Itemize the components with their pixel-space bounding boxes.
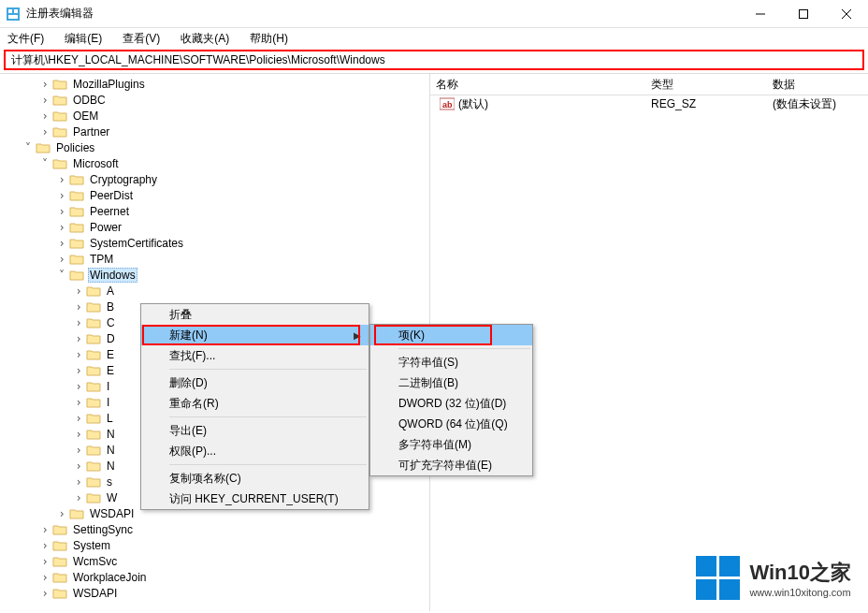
tree-toggle-icon[interactable]: ›: [37, 78, 52, 91]
close-button[interactable]: [825, 0, 868, 27]
ctx-find[interactable]: 查找(F)...: [141, 345, 369, 366]
tree-toggle-icon[interactable]: ›: [54, 205, 69, 218]
ctx-export[interactable]: 导出(E): [141, 420, 369, 441]
tree-item[interactable]: › SettingSync: [0, 521, 429, 537]
folder-icon: [69, 253, 84, 266]
tree-toggle-icon[interactable]: ›: [71, 491, 86, 504]
col-type[interactable]: 类型: [645, 74, 767, 95]
value-row[interactable]: ab (默认) REG_SZ (数值未设置): [430, 95, 868, 112]
tree-toggle-icon[interactable]: ›: [54, 221, 69, 234]
tree-item[interactable]: › Power: [0, 219, 429, 235]
sub-key[interactable]: 项(K): [370, 325, 532, 345]
tree-toggle-icon[interactable]: ›: [37, 125, 52, 139]
ctx-rename[interactable]: 重命名(R): [141, 393, 369, 414]
tree-toggle-icon[interactable]: ›: [71, 285, 86, 298]
menu-view[interactable]: 查看(V): [119, 29, 164, 49]
tree-toggle-icon[interactable]: ›: [71, 300, 86, 314]
tree-toggle-icon[interactable]: ›: [71, 348, 86, 361]
tree-item[interactable]: ˅ Windows: [0, 267, 429, 283]
folder-icon: [86, 491, 101, 504]
sub-qword[interactable]: QWORD (64 位)值(Q): [370, 414, 532, 434]
ctx-new[interactable]: 新建(N)▶: [141, 325, 369, 345]
tree-item[interactable]: › Cryptography: [0, 171, 429, 187]
tree-toggle-icon[interactable]: ›: [71, 316, 86, 329]
tree-item[interactable]: › TPM: [0, 251, 429, 267]
ctx-goto-hkcu[interactable]: 访问 HKEY_CURRENT_USER(T): [141, 489, 369, 509]
tree-item[interactable]: › WcmSvc: [0, 553, 429, 569]
tree-item[interactable]: › PeerDist: [0, 187, 429, 203]
menu-file[interactable]: 文件(F): [4, 29, 48, 49]
ctx-collapse[interactable]: 折叠: [141, 304, 369, 325]
tree-toggle-icon[interactable]: ›: [71, 475, 86, 489]
tree-toggle-icon[interactable]: ›: [71, 460, 86, 473]
tree-toggle-icon[interactable]: ˅: [54, 269, 69, 282]
tree-item[interactable]: › ODBC: [0, 92, 429, 108]
tree-toggle-icon[interactable]: ›: [71, 444, 86, 457]
tree-toggle-icon[interactable]: ›: [37, 555, 52, 568]
tree-item[interactable]: › Peernet: [0, 203, 429, 219]
folder-icon: [69, 507, 84, 520]
tree-toggle-icon[interactable]: ›: [37, 539, 52, 552]
string-value-icon: ab: [440, 97, 455, 110]
regedit-icon: [6, 7, 21, 22]
tree-label: Windows: [88, 268, 137, 283]
tree-item[interactable]: ˅ Policies: [0, 139, 429, 155]
tree-toggle-icon[interactable]: ›: [54, 173, 69, 186]
folder-icon: [86, 444, 101, 457]
menu-favorites[interactable]: 收藏夹(A): [177, 29, 233, 49]
sub-expand[interactable]: 可扩充字符串值(E): [370, 455, 532, 475]
sub-dword[interactable]: DWORD (32 位)值(D): [370, 393, 532, 414]
context-menu[interactable]: 折叠 新建(N)▶ 查找(F)... 删除(D) 重命名(R) 导出(E) 权限…: [140, 303, 369, 510]
tree-label: D: [105, 332, 117, 345]
folder-icon: [86, 380, 101, 393]
menu-edit[interactable]: 编辑(E): [61, 29, 106, 49]
tree-toggle-icon[interactable]: ›: [37, 587, 52, 600]
tree-toggle-icon[interactable]: ›: [37, 109, 52, 123]
tree-label: OEM: [71, 109, 100, 123]
svg-rect-5: [800, 9, 808, 18]
tree-label: Power: [88, 221, 123, 234]
tree-toggle-icon[interactable]: ›: [71, 412, 86, 425]
menu-help[interactable]: 帮助(H): [246, 29, 292, 49]
minimize-button[interactable]: [739, 0, 782, 27]
tree-item[interactable]: › Partner: [0, 124, 429, 139]
col-data[interactable]: 数据: [767, 74, 801, 95]
tree-toggle-icon[interactable]: ›: [71, 332, 86, 345]
tree-toggle-icon[interactable]: ›: [37, 571, 52, 584]
tree-toggle-icon[interactable]: ›: [71, 428, 86, 441]
submenu-new[interactable]: 项(K) 字符串值(S) 二进制值(B) DWORD (32 位)值(D) QW…: [369, 324, 533, 476]
folder-icon: [69, 173, 84, 186]
col-name[interactable]: 名称: [430, 74, 645, 95]
sub-string[interactable]: 字符串值(S): [370, 352, 532, 372]
ctx-copy-key-name[interactable]: 复制项名称(C): [141, 468, 369, 489]
tree-toggle-icon[interactable]: ›: [54, 253, 69, 266]
tree-label: s: [105, 475, 114, 489]
ctx-delete[interactable]: 删除(D): [141, 372, 369, 393]
tree-item[interactable]: ˅ Microsoft: [0, 155, 429, 171]
tree-toggle-icon[interactable]: ˅: [37, 157, 52, 170]
folder-icon: [86, 364, 101, 377]
tree-toggle-icon[interactable]: ›: [54, 189, 69, 202]
tree-toggle-icon[interactable]: ›: [71, 380, 86, 393]
tree-label: WSDAPI: [71, 587, 119, 600]
tree-toggle-icon[interactable]: ›: [71, 396, 86, 409]
tree-item[interactable]: › WSDAPI: [0, 585, 429, 601]
tree-toggle-icon[interactable]: ›: [54, 237, 69, 250]
tree-item[interactable]: › OEM: [0, 108, 429, 124]
tree-item[interactable]: › WorkplaceJoin: [0, 569, 429, 585]
sub-binary[interactable]: 二进制值(B): [370, 372, 532, 393]
tree-item[interactable]: › System: [0, 537, 429, 553]
ctx-permissions[interactable]: 权限(P)...: [141, 441, 369, 461]
tree-item[interactable]: › MozillaPlugins: [0, 76, 429, 92]
tree-toggle-icon[interactable]: ›: [54, 507, 69, 520]
sub-multi[interactable]: 多字符串值(M): [370, 434, 532, 455]
tree-item[interactable]: › A: [0, 283, 429, 299]
address-bar[interactable]: [4, 50, 864, 70]
tree-toggle-icon[interactable]: ˅: [21, 141, 36, 154]
tree-item[interactable]: › SystemCertificates: [0, 235, 429, 251]
tree-toggle-icon[interactable]: ›: [37, 94, 52, 107]
tree-toggle-icon[interactable]: ›: [37, 523, 52, 536]
maximize-button[interactable]: [782, 0, 825, 27]
tree-toggle-icon[interactable]: ›: [71, 364, 86, 377]
address-input[interactable]: [9, 52, 859, 67]
